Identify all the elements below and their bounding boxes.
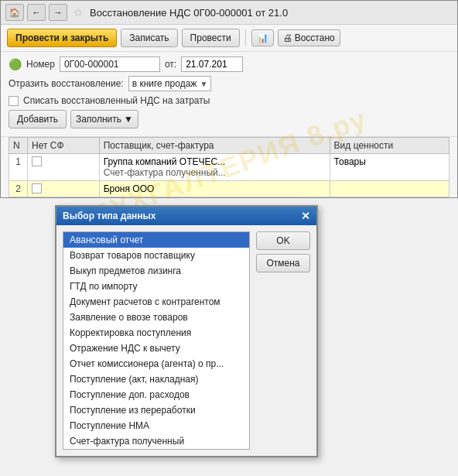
table-row[interactable]: 2 Броня ООО bbox=[9, 181, 449, 197]
fill-arrow-icon: ▼ bbox=[124, 114, 133, 125]
col-supplier: Поставщик, счет-фактура bbox=[99, 138, 330, 154]
dialog-title-bar: Выбор типа данных ✕ bbox=[56, 207, 316, 225]
dialog-action-buttons: OK Отмена bbox=[256, 231, 310, 450]
col-kind: Вид ценности bbox=[330, 138, 449, 154]
date-input[interactable]: 21.07.201 bbox=[181, 57, 243, 72]
action-row: Добавить Заполнить ▼ bbox=[9, 110, 449, 128]
document-icon: 🟢 bbox=[9, 58, 22, 70]
number-input[interactable]: 0Г00-000001 bbox=[60, 57, 160, 72]
list-item[interactable]: Документ расчетов с контрагентом bbox=[63, 294, 249, 310]
type-list[interactable]: Авансовый отчет Возврат товаров поставщи… bbox=[63, 231, 250, 450]
row1-supplier-sub: Счет-фактура полученный... bbox=[104, 167, 326, 178]
title-bar: 🏠 ← → ☆ Восстановление НДС 0Г00-000001 о… bbox=[1, 1, 457, 25]
col-n: N bbox=[9, 138, 28, 154]
reflect-select[interactable]: в книге продаж ▼ bbox=[128, 76, 212, 91]
write-off-label: Списать восстановленный НДС на затраты bbox=[23, 95, 210, 106]
row1-num: 1 bbox=[9, 154, 28, 181]
list-item[interactable]: ГТД по импорту bbox=[63, 279, 249, 294]
toolbar-separator bbox=[245, 29, 246, 46]
table-area: БУХГАЛТЕРИЯ 8.ру N Нет СФ Поставщик, сче… bbox=[1, 137, 457, 197]
main-window: 🏠 ← → ☆ Восстановление НДС 0Г00-000001 о… bbox=[0, 0, 458, 198]
row2-no-sf[interactable] bbox=[28, 181, 100, 197]
chevron-down-icon: ▼ bbox=[200, 80, 207, 88]
ok-button[interactable]: OK bbox=[256, 231, 310, 250]
row1-checkbox[interactable] bbox=[32, 156, 42, 166]
printer-icon: 🖨 bbox=[283, 33, 292, 43]
list-item[interactable]: Заявление о ввозе товаров bbox=[63, 310, 249, 325]
row1-no-sf[interactable] bbox=[28, 154, 100, 181]
row1-supplier: Группа компаний ОТЕЧЕС... Счет-фактура п… bbox=[99, 154, 330, 181]
type-selection-dialog: Выбор типа данных ✕ Авансовый отчет Возв… bbox=[55, 205, 318, 457]
back-button[interactable]: ← bbox=[27, 4, 46, 21]
list-item[interactable]: Поступление НМА bbox=[63, 418, 249, 433]
list-item[interactable]: Выкуп предметов лизинга bbox=[63, 263, 249, 279]
forward-button[interactable]: → bbox=[49, 4, 67, 21]
list-item[interactable]: Возврат товаров поставщику bbox=[63, 248, 249, 263]
toolbar: Провести и закрыть Записать Провести 📊 🖨… bbox=[1, 25, 457, 52]
window-title: Восстановление НДС 0Г00-000001 от 21.0 bbox=[90, 7, 453, 19]
write-off-row: Списать восстановленный НДС на затраты bbox=[9, 95, 449, 106]
list-item[interactable]: Поступление из переработки bbox=[63, 402, 249, 418]
list-item[interactable]: Поступление доп. расходов bbox=[63, 387, 249, 402]
table-header-row: N Нет СФ Поставщик, счет-фактура Вид цен… bbox=[9, 138, 449, 154]
row2-supplier: Броня ООО bbox=[99, 181, 330, 197]
row2-checkbox[interactable] bbox=[32, 183, 42, 193]
save-button[interactable]: Записать bbox=[121, 29, 177, 47]
number-row: 🟢 Номер 0Г00-000001 от: 21.07.201 bbox=[9, 57, 449, 72]
post-button[interactable]: Провести bbox=[182, 29, 240, 47]
reflect-row: Отразить восстановление: в книге продаж … bbox=[9, 76, 449, 91]
number-label: Номер bbox=[26, 59, 55, 70]
cancel-button[interactable]: Отмена bbox=[256, 254, 310, 272]
star-icon[interactable]: ☆ bbox=[73, 6, 84, 19]
dialog-body: Авансовый отчет Возврат товаров поставщи… bbox=[56, 225, 316, 456]
list-item[interactable]: Корректировка поступления bbox=[63, 325, 249, 341]
entries-table: N Нет СФ Поставщик, счет-фактура Вид цен… bbox=[9, 137, 449, 197]
reflect-value: в книге продаж bbox=[132, 78, 197, 89]
list-item[interactable]: Отражение НДС к вычету bbox=[63, 341, 249, 356]
write-off-checkbox[interactable] bbox=[9, 96, 19, 106]
form-area: 🟢 Номер 0Г00-000001 от: 21.07.201 Отрази… bbox=[1, 52, 457, 137]
post-and-close-button[interactable]: Провести и закрыть bbox=[7, 29, 117, 47]
fill-button[interactable]: Заполнить ▼ bbox=[70, 110, 138, 128]
restore-button[interactable]: 🖨 Восстано bbox=[278, 29, 340, 46]
row1-kind: Товары bbox=[330, 154, 449, 181]
col-no-sf: Нет СФ bbox=[28, 138, 100, 154]
list-item[interactable]: Авансовый отчет bbox=[63, 232, 249, 248]
home-button[interactable]: 🏠 bbox=[5, 4, 24, 21]
reflect-label: Отразить восстановление: bbox=[9, 78, 124, 89]
list-item[interactable]: Счет-фактура полученный bbox=[63, 433, 249, 449]
row2-kind bbox=[330, 181, 449, 197]
report-icon: 📊 bbox=[257, 33, 268, 43]
report-button[interactable]: 📊 bbox=[251, 29, 274, 46]
row2-num: 2 bbox=[9, 181, 28, 197]
dialog-title: Выбор типа данных bbox=[63, 211, 156, 221]
date-label: от: bbox=[165, 59, 176, 70]
table-row[interactable]: 1 Группа компаний ОТЕЧЕС... Счет-фактура… bbox=[9, 154, 449, 181]
dialog-close-button[interactable]: ✕ bbox=[301, 210, 310, 222]
row1-supplier-name: Группа компаний ОТЕЧЕС... bbox=[104, 156, 326, 167]
list-item[interactable]: Поступление (акт, накладная) bbox=[63, 372, 249, 387]
list-item[interactable]: Отчет комиссионера (агента) о пр... bbox=[63, 356, 249, 372]
add-button[interactable]: Добавить bbox=[9, 110, 67, 128]
